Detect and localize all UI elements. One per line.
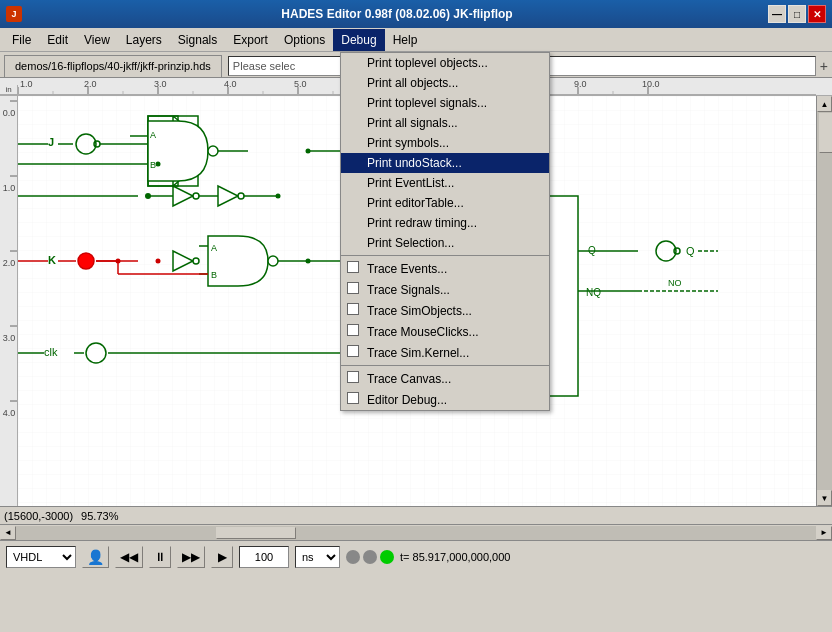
sim-indicators [346, 550, 394, 564]
menu-print-eventlist[interactable]: Print EventList... [341, 173, 549, 193]
menu-print-all-objects[interactable]: Print all objects... [341, 73, 549, 93]
svg-point-60 [145, 193, 151, 199]
svg-text:3.0: 3.0 [3, 333, 16, 343]
menu-help[interactable]: Help [385, 29, 426, 51]
menu-view[interactable]: View [76, 29, 118, 51]
menu-print-redraw-timing[interactable]: Print redraw timing... [341, 213, 549, 233]
person-icon-button[interactable]: 👤 [82, 546, 109, 568]
play-button[interactable]: ▶ [211, 546, 233, 568]
scroll-thumb-right[interactable] [819, 113, 832, 153]
svg-point-54 [193, 193, 199, 199]
svg-text:B: B [211, 270, 217, 280]
close-button[interactable]: ✕ [808, 5, 826, 23]
sim-time-display: t= 85.917,000,000,000 [400, 551, 510, 563]
speed-input[interactable] [239, 546, 289, 568]
svg-text:4.0: 4.0 [224, 79, 237, 89]
menu-print-toplevel-signals[interactable]: Print toplevel signals... [341, 93, 549, 113]
menu-print-selection[interactable]: Print Selection... [341, 233, 549, 253]
menu-file[interactable]: File [4, 29, 39, 51]
svg-text:5.0: 5.0 [294, 79, 307, 89]
menu-print-all-signals[interactable]: Print all signals... [341, 113, 549, 133]
menu-export[interactable]: Export [225, 29, 276, 51]
svg-text:1.0: 1.0 [3, 183, 16, 193]
scroll-right-button[interactable]: ► [816, 526, 832, 540]
sim-circle-3 [380, 550, 394, 564]
svg-text:9.0: 9.0 [574, 79, 587, 89]
svg-text:B: B [150, 160, 156, 170]
pause-button[interactable]: ⏸ [149, 546, 171, 568]
menu-print-undostack[interactable]: Print undoStack... [341, 153, 549, 173]
svg-point-103 [276, 194, 281, 199]
svg-text:3.0: 3.0 [154, 79, 167, 89]
java-icon: J [6, 6, 22, 22]
add-tab-button[interactable]: + [820, 58, 828, 74]
svg-text:clk: clk [44, 346, 58, 358]
svg-point-62 [78, 253, 94, 269]
sim-circle-1 [346, 550, 360, 564]
ruler-left: 0.0 1.0 2.0 3.0 4.0 [0, 96, 18, 506]
menu-trace-simobjects[interactable]: Trace SimObjects... [341, 300, 549, 321]
menu-print-editortable[interactable]: Print editorTable... [341, 193, 549, 213]
svg-text:A: A [211, 243, 217, 253]
menubar: File Edit View Layers Signals Export Opt… [0, 28, 832, 52]
scroll-up-button[interactable]: ▲ [817, 96, 832, 112]
menu-options[interactable]: Options [276, 29, 333, 51]
app-icon: J [6, 6, 26, 22]
menu-editor-debug[interactable]: Editor Debug... [341, 389, 549, 410]
unit-select[interactable]: ns [295, 546, 340, 568]
svg-text:2.0: 2.0 [3, 258, 16, 268]
scroll-thumb-bottom[interactable] [216, 527, 296, 539]
toolbar-bottom: VHDL 👤 ◀◀ ⏸ ▶▶ ▶ ns t= 85.917,000,000,00… [0, 540, 832, 572]
scroll-down-button[interactable]: ▼ [817, 490, 832, 506]
svg-text:A: A [150, 130, 156, 140]
step-fwd-button[interactable]: ▶▶ [177, 546, 205, 568]
menu-print-symbols[interactable]: Print symbols... [341, 133, 549, 153]
titlebar: J HADES Editor 0.98f (08.02.06) JK-flipf… [0, 0, 832, 28]
svg-text:2.0: 2.0 [84, 79, 97, 89]
svg-text:1.0: 1.0 [20, 79, 33, 89]
svg-point-66 [156, 259, 161, 264]
window-controls: — □ ✕ [768, 5, 826, 23]
scrollbar-right: ▲ ▼ [816, 96, 832, 506]
mode-select[interactable]: VHDL [6, 546, 76, 568]
scroll-left-button[interactable]: ◄ [0, 526, 16, 540]
statusbar: (15600,-3000) 95.73% [0, 506, 832, 524]
svg-text:10.0: 10.0 [642, 79, 660, 89]
svg-text:K: K [48, 254, 56, 266]
menu-trace-canvas[interactable]: Trace Canvas... [341, 368, 549, 389]
menu-trace-simkernel[interactable]: Trace Sim.Kernel... [341, 342, 549, 363]
menu-edit[interactable]: Edit [39, 29, 76, 51]
separator-2 [341, 365, 549, 366]
separator-1 [341, 255, 549, 256]
menu-trace-mouseclicks[interactable]: Trace MouseClicks... [341, 321, 549, 342]
menu-layers[interactable]: Layers [118, 29, 170, 51]
svg-point-56 [238, 193, 244, 199]
svg-text:NO: NO [668, 278, 682, 288]
svg-point-68 [193, 258, 199, 264]
menu-print-toplevel-objects[interactable]: Print toplevel objects... [341, 53, 549, 73]
menu-signals[interactable]: Signals [170, 29, 225, 51]
svg-text:4.0: 4.0 [3, 408, 16, 418]
scroll-track-right[interactable] [817, 112, 832, 490]
maximize-button[interactable]: □ [788, 5, 806, 23]
scrollbar-bottom: ◄ ► [0, 524, 832, 540]
svg-text:Q: Q [686, 245, 695, 257]
svg-text:J: J [48, 136, 54, 148]
main-tab[interactable]: demos/16-flipflops/40-jkff/jkff-prinzip.… [4, 55, 222, 77]
scroll-track-bottom[interactable] [16, 526, 816, 540]
svg-point-102 [156, 162, 161, 167]
rewind-button[interactable]: ◀◀ [115, 546, 143, 568]
svg-point-104 [306, 149, 311, 154]
menu-trace-signals[interactable]: Trace Signals... [341, 279, 549, 300]
tab-label: demos/16-flipflops/40-jkff/jkff-prinzip.… [15, 60, 211, 72]
menu-debug[interactable]: Debug [333, 29, 384, 51]
svg-text:NQ: NQ [586, 287, 601, 298]
svg-point-47 [208, 146, 218, 156]
zoom-display: 95.73% [81, 510, 118, 522]
svg-point-69 [268, 256, 278, 266]
coords-display: (15600,-3000) [4, 510, 73, 522]
ruler-left-svg: 0.0 1.0 2.0 3.0 4.0 [0, 96, 18, 506]
window-title: HADES Editor 0.98f (08.02.06) JK-flipflo… [26, 7, 768, 21]
menu-trace-events[interactable]: Trace Events... [341, 258, 549, 279]
minimize-button[interactable]: — [768, 5, 786, 23]
